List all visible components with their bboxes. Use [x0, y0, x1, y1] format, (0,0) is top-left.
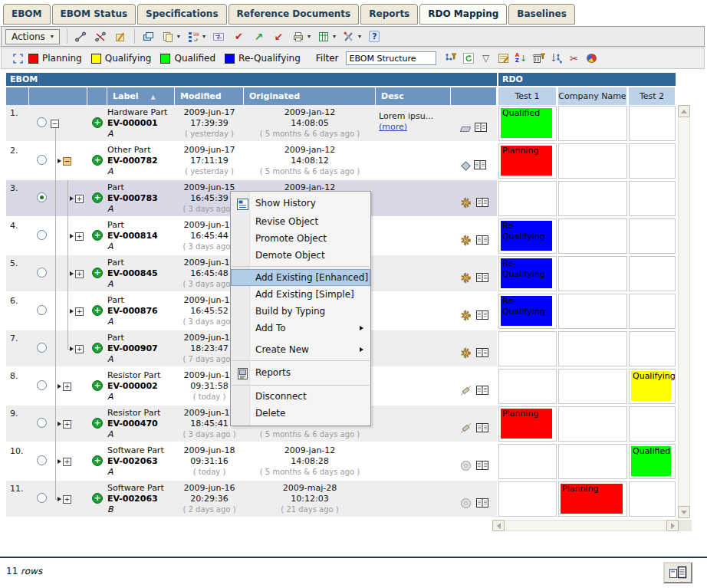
green-plus-icon[interactable]: + [92, 192, 103, 203]
copy-icon[interactable] [162, 30, 175, 44]
rdo-cell[interactable] [558, 406, 627, 442]
expand-icon[interactable] [11, 51, 25, 65]
rdo-cell[interactable]: Planning [498, 406, 557, 442]
expand-node-icon[interactable]: + [63, 495, 71, 504]
export-icon[interactable] [317, 30, 330, 44]
radio-icon[interactable] [37, 268, 47, 278]
rdo-cell[interactable] [558, 294, 627, 329]
demote-icon[interactable]: ↙ [272, 30, 285, 44]
tools-icon[interactable] [343, 30, 356, 44]
actions-menu-button[interactable]: Actions ▾ [5, 29, 60, 44]
rdo-cell[interactable] [498, 331, 557, 366]
rdo-cell[interactable] [558, 444, 627, 479]
refresh-icon[interactable] [462, 51, 475, 65]
menu-item-add-existing-simple[interactable]: Add Existing [Simple] [231, 286, 370, 303]
delete-filter-icon[interactable] [532, 51, 546, 65]
column-header-originated[interactable]: Originated [244, 87, 376, 105]
menu-item-build-by-typing[interactable]: Build by Typing [231, 303, 370, 320]
column-header-label[interactable]: Label▲ [107, 87, 175, 105]
radio-icon[interactable] [37, 192, 47, 202]
chevron-down-icon[interactable]: ▾ [333, 33, 336, 40]
disconnect-icon[interactable] [94, 30, 107, 44]
book-icon[interactable] [476, 348, 488, 360]
help-icon[interactable]: ? [368, 30, 381, 44]
rdo-cell[interactable] [629, 256, 676, 291]
radio-icon[interactable] [37, 380, 47, 390]
book-icon[interactable] [476, 461, 488, 473]
expand-node-icon[interactable]: + [63, 383, 71, 391]
rdo-cell[interactable] [629, 181, 676, 216]
radio-icon[interactable] [37, 343, 47, 353]
rdo-cell[interactable] [558, 369, 627, 404]
green-plus-icon[interactable]: + [92, 380, 103, 391]
menu-item-reports[interactable]: Reports [231, 363, 370, 383]
rdo-cell[interactable]: Qualified [629, 444, 676, 479]
book-icon[interactable] [476, 273, 488, 285]
rdo-cell[interactable] [629, 481, 676, 517]
collapse-node-icon[interactable]: − [51, 120, 59, 128]
print-icon[interactable] [292, 30, 305, 44]
rdo-cell[interactable]: Re-Qualifying [498, 256, 557, 291]
more-link[interactable]: (more) [379, 122, 407, 132]
book-icon[interactable] [476, 310, 488, 323]
chevron-down-icon[interactable]: ▾ [358, 33, 361, 40]
green-plus-icon[interactable]: + [92, 230, 103, 241]
funnel-icon[interactable]: ▽ [479, 51, 493, 65]
rdo-column-header-1[interactable]: Test 1 [498, 87, 557, 105]
rdo-cell[interactable] [498, 481, 557, 517]
book-icon[interactable] [474, 160, 486, 172]
radio-icon[interactable] [37, 493, 47, 503]
chevron-down-icon[interactable]: ▾ [307, 33, 311, 40]
tab-rdo-mapping[interactable]: RDO Mapping [419, 4, 507, 25]
scroll-right-button[interactable] [666, 520, 679, 531]
az-sort-icon[interactable]: AZ↓ [515, 51, 528, 65]
rdo-cell[interactable]: Planning [498, 143, 557, 179]
menu-item-create-new[interactable]: Create New [231, 341, 370, 358]
green-plus-icon[interactable]: + [92, 155, 103, 166]
rdo-cell[interactable]: Qualified [498, 106, 557, 141]
tab-reports[interactable]: Reports [360, 4, 418, 25]
column-header-desc[interactable]: Desc [376, 87, 451, 105]
rdo-cell[interactable] [498, 444, 557, 479]
column-header-modified[interactable]: Modified [175, 87, 244, 105]
rdo-column-header-3[interactable]: Test 2 [629, 87, 676, 105]
rdo-cell[interactable] [629, 294, 676, 329]
tab-ebom[interactable]: EBOM [3, 4, 51, 25]
menu-item-promote-object[interactable]: Promote Object [231, 230, 370, 247]
radio-icon[interactable] [37, 455, 47, 465]
edit-icon[interactable] [114, 30, 127, 44]
chevron-down-icon[interactable]: ▾ [177, 33, 180, 40]
rdo-cell[interactable] [629, 106, 676, 141]
menu-item-show-history[interactable]: Show History [231, 194, 370, 213]
rdo-cell[interactable] [558, 218, 627, 254]
collapse-node-icon[interactable]: − [63, 157, 71, 166]
clone-icon[interactable] [142, 30, 155, 44]
rdo-cell[interactable] [498, 369, 557, 404]
rdo-cell[interactable]: Planning [558, 481, 627, 517]
radio-icon[interactable] [37, 230, 47, 240]
rdo-column-header-2[interactable]: Company Name [558, 87, 627, 105]
expand-node-icon[interactable]: + [75, 195, 84, 203]
radio-icon[interactable] [37, 418, 47, 428]
menu-item-add-existing-enhanced[interactable]: Add Existing [Enhanced] [231, 269, 370, 286]
rdo-cell[interactable] [558, 143, 627, 179]
book-icon[interactable] [476, 235, 488, 248]
expand-node-icon[interactable]: + [75, 345, 84, 353]
vertical-scrollbar[interactable] [678, 105, 690, 518]
green-plus-icon[interactable]: + [92, 493, 103, 504]
rdo-cell[interactable] [558, 106, 627, 141]
scroll-up-button[interactable] [678, 105, 690, 117]
expand-node-icon[interactable]: + [63, 458, 71, 466]
rdo-cell[interactable] [558, 181, 627, 216]
filter-input[interactable] [346, 51, 436, 65]
green-plus-icon[interactable]: + [92, 343, 103, 353]
rdo-cell[interactable]: Re-Qualifying [498, 294, 557, 329]
tab-ebom-status[interactable]: EBOM Status [52, 4, 136, 25]
edit-sheet-icon[interactable] [497, 51, 511, 65]
expand-node-icon[interactable]: + [75, 232, 84, 241]
rdo-cell[interactable]: Qualifying [629, 369, 676, 404]
connect-icon[interactable] [74, 30, 87, 44]
tab-reference-documents[interactable]: Reference Documents [229, 4, 360, 25]
scroll-down-button[interactable] [678, 506, 690, 518]
green-plus-icon[interactable]: + [92, 305, 103, 316]
